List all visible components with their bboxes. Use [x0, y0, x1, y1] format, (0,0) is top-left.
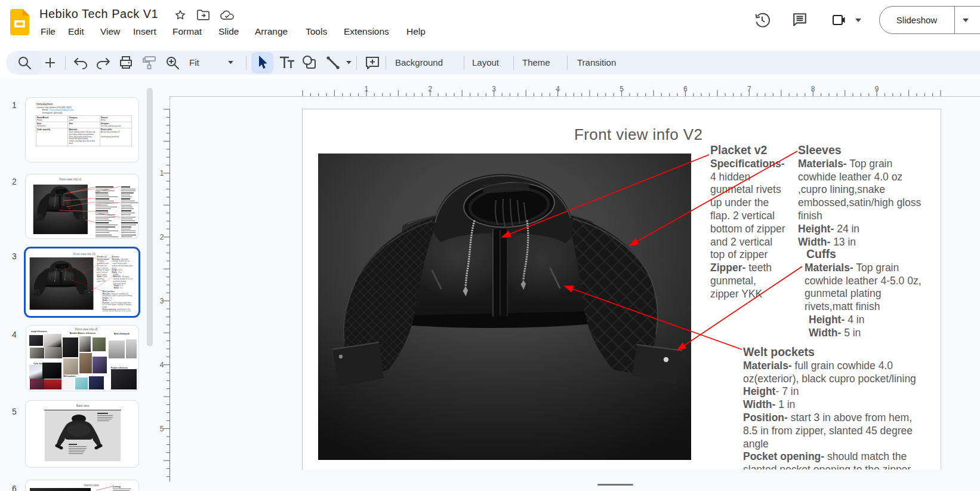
svg-text:4: 4 [556, 85, 560, 93]
svg-text:8: 8 [811, 85, 815, 93]
svg-text:9: 9 [875, 85, 879, 93]
svg-text:3: 3 [160, 297, 164, 305]
svg-text:7: 7 [747, 85, 751, 93]
svg-text:2: 2 [428, 85, 432, 93]
svg-text:1: 1 [365, 85, 369, 93]
svg-text:6: 6 [683, 85, 688, 93]
svg-text:3: 3 [492, 85, 496, 93]
svg-text:4: 4 [160, 361, 164, 369]
svg-text:5: 5 [620, 85, 624, 93]
svg-text:1: 1 [160, 169, 164, 177]
svg-text:5: 5 [160, 425, 164, 433]
svg-text:2: 2 [160, 233, 164, 241]
